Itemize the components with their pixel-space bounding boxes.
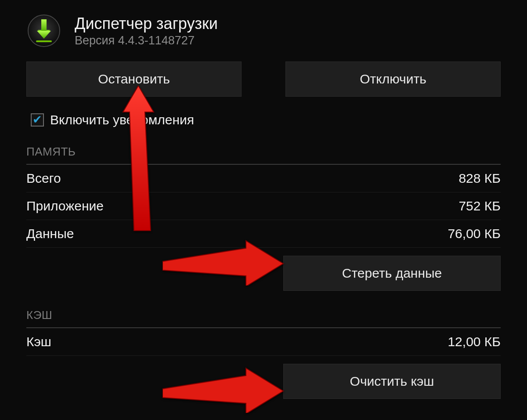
notifications-checkbox-row[interactable]: ✔ Включить уведомления xyxy=(26,110,501,141)
svg-rect-3 xyxy=(36,40,52,42)
memory-total-row: Всего 828 КБ xyxy=(26,165,501,192)
stop-button[interactable]: Остановить xyxy=(26,62,242,97)
notifications-label: Включить уведомления xyxy=(50,112,194,127)
memory-data-row: Данные 76,00 КБ xyxy=(26,220,501,248)
app-header: Диспетчер загрузки Версия 4.4.3-1148727 xyxy=(26,13,501,48)
clear-cache-button[interactable]: Очистить кэш xyxy=(283,364,501,399)
disable-button[interactable]: Отключить xyxy=(285,62,501,97)
svg-rect-1 xyxy=(41,19,47,32)
memory-total-value: 828 КБ xyxy=(458,171,501,186)
app-version: Версия 4.4.3-1148727 xyxy=(75,34,218,47)
memory-section-header: ПАМЯТЬ xyxy=(26,141,501,164)
cache-value: 12,00 КБ xyxy=(448,334,501,349)
cache-label: Кэш xyxy=(26,334,51,349)
memory-app-value: 752 КБ xyxy=(458,199,501,214)
checkbox-icon: ✔ xyxy=(31,113,44,127)
memory-app-label: Приложение xyxy=(26,199,104,214)
app-title: Диспетчер загрузки xyxy=(75,14,218,33)
memory-app-row: Приложение 752 КБ xyxy=(26,192,501,220)
memory-total-label: Всего xyxy=(26,171,61,186)
action-buttons-row: Остановить Отключить xyxy=(26,62,501,97)
cache-section-header: КЭШ xyxy=(26,304,501,327)
memory-data-label: Данные xyxy=(26,226,74,241)
download-manager-icon xyxy=(26,13,61,48)
cache-row: Кэш 12,00 КБ xyxy=(26,328,501,356)
memory-data-value: 76,00 КБ xyxy=(448,226,501,241)
clear-data-button[interactable]: Стереть данные xyxy=(283,256,501,291)
